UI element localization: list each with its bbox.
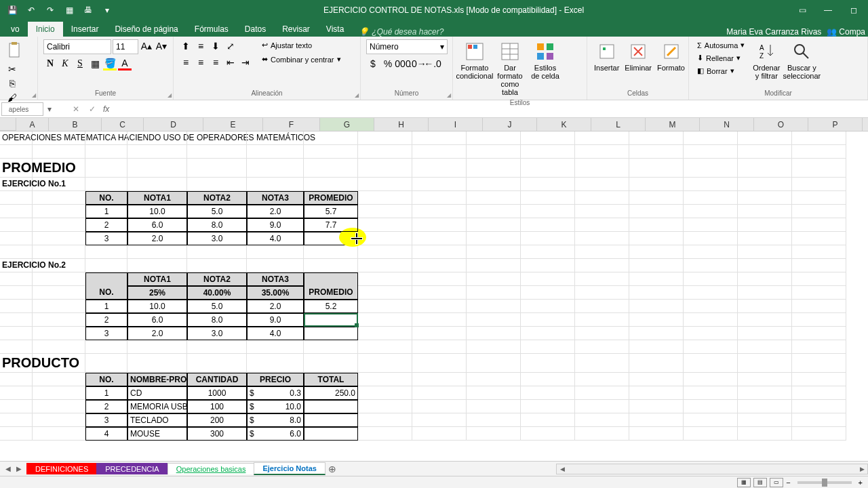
cell[interactable]: 5.0 (187, 205, 247, 218)
table-header[interactable]: NOTA2 (187, 272, 247, 286)
cell[interactable] (304, 327, 358, 340)
number-dialog-icon[interactable]: ◢ (447, 92, 451, 98)
table-header[interactable]: 25% (127, 286, 187, 300)
col-header[interactable]: E (203, 118, 263, 131)
dec-decimal-icon[interactable]: ←.0 (426, 57, 439, 70)
align-left-icon[interactable]: ≡ (179, 56, 193, 69)
cell[interactable]: 2.0 (127, 232, 187, 245)
autosum-button[interactable]: ΣAutosuma ▾ (694, 39, 747, 51)
indent-dec-icon[interactable]: ⇤ (224, 56, 237, 69)
cell[interactable]: $10.0 (247, 400, 304, 413)
grow-font-icon[interactable]: A▴ (140, 39, 153, 53)
align-top-icon[interactable]: ⬆ (179, 39, 193, 53)
cell[interactable]: 2 (85, 313, 127, 327)
tab-vista[interactable]: Vista (318, 22, 352, 37)
col-header[interactable]: P (808, 118, 863, 131)
sort-filter-button[interactable]: AZOrdenar y filtrar (750, 39, 783, 81)
col-header[interactable]: D (144, 118, 203, 131)
col-header[interactable]: G (320, 118, 374, 131)
font-name-select[interactable] (43, 39, 111, 54)
clipboard-dialog-icon[interactable]: ◢ (32, 92, 36, 98)
table-header[interactable]: NO. (85, 286, 127, 300)
cell[interactable]: 1 (85, 386, 127, 400)
italic-button[interactable]: K (58, 57, 72, 70)
align-bottom-icon[interactable]: ⬇ (209, 39, 222, 53)
name-box-dropdown-icon[interactable]: ▾ (45, 104, 54, 114)
print-icon[interactable]: 🖶 (80, 2, 96, 18)
cell[interactable]: 4.0 (247, 232, 304, 245)
cell[interactable]: 8.0 (187, 313, 247, 327)
tab-diseno[interactable]: Diseño de página (106, 22, 186, 37)
cell[interactable]: $8.0 (247, 413, 304, 427)
cell[interactable]: 6.0 (127, 313, 187, 327)
percent-icon[interactable]: % (381, 57, 395, 70)
cell[interactable]: 1 (85, 205, 127, 218)
tab-inicio[interactable]: Inicio (28, 22, 63, 37)
fill-button[interactable]: ⬇Rellenar ▾ (694, 52, 747, 64)
table-header[interactable]: NOTA1 (127, 191, 187, 205)
cell[interactable]: 7.7 (304, 218, 358, 232)
tab-insertar[interactable]: Insertar (63, 22, 107, 37)
currency-icon[interactable]: $ (366, 57, 380, 70)
cell[interactable]: 100 (187, 400, 247, 413)
cell[interactable]: 2.0 (127, 327, 187, 340)
col-header[interactable]: C (102, 118, 144, 131)
cell[interactable]: 6.0 (127, 218, 187, 232)
col-header[interactable]: H (374, 118, 429, 131)
cell[interactable] (304, 413, 358, 427)
cell[interactable]: 5.0 (187, 300, 247, 313)
cell[interactable]: OPERACIONES MATEMATICA HACIENDO USO DE O… (0, 131, 33, 145)
indent-inc-icon[interactable]: ⇥ (239, 56, 252, 69)
cell[interactable]: 5.7 (304, 205, 358, 218)
cell[interactable] (304, 400, 358, 413)
cell[interactable]: MEMORIA USB (127, 400, 187, 413)
cell[interactable]: 3 (85, 232, 127, 245)
borders-icon[interactable]: ▦ (88, 57, 102, 70)
clear-button[interactable]: ◧Borrar ▾ (694, 65, 747, 77)
align-dialog-icon[interactable]: ◢ (355, 92, 359, 98)
tab-datos[interactable]: Datos (237, 22, 274, 37)
table-header[interactable]: NOTA1 (127, 272, 187, 286)
table-header[interactable]: NO. (85, 191, 127, 205)
conditional-format-button[interactable]: Formato condicional (458, 39, 491, 81)
cell[interactable]: 3.0 (187, 327, 247, 340)
tab-revisar[interactable]: Revisar (274, 22, 318, 37)
col-header[interactable]: B (49, 118, 102, 131)
table-header[interactable]: NO. (85, 373, 127, 386)
col-header[interactable]: J (483, 118, 537, 131)
table-header[interactable]: CANTIDAD (187, 373, 247, 386)
cell[interactable]: TECLADO (127, 413, 187, 427)
table-header[interactable] (85, 272, 127, 286)
col-header[interactable]: F (263, 118, 320, 131)
cell[interactable]: $6.0 (247, 427, 304, 441)
fill-color-icon[interactable]: 🪣 (103, 57, 117, 70)
cell[interactable]: 2.0 (247, 300, 304, 313)
cell[interactable]: PROMEDIO (0, 159, 33, 178)
table-header[interactable]: PROMEDIO (304, 191, 358, 205)
cell[interactable]: EJERCICIO No.1 (0, 178, 33, 191)
table-header[interactable]: TOTAL (304, 373, 358, 386)
format-table-button[interactable]: Dar formato como tabla (494, 39, 526, 98)
bold-button[interactable]: N (43, 57, 57, 70)
inc-decimal-icon[interactable]: .0→ (411, 57, 425, 70)
cell[interactable]: 9.0 (247, 313, 304, 327)
col-header[interactable]: I (429, 118, 483, 131)
table-header[interactable]: PRECIO (247, 373, 304, 386)
merge-center-button[interactable]: ⬌Combinar y centrar ▾ (259, 54, 344, 65)
align-center-icon[interactable]: ≡ (194, 56, 208, 69)
cell[interactable]: MOUSE (127, 427, 187, 441)
cell[interactable]: 1 (85, 300, 127, 313)
table-header[interactable] (304, 272, 358, 286)
cell[interactable]: 4.0 (247, 327, 304, 340)
tab-formulas[interactable]: Fórmulas (186, 22, 237, 37)
cell[interactable]: 10.0 (127, 205, 187, 218)
cell[interactable] (304, 313, 358, 327)
cancel-formula-icon[interactable]: ✕ (68, 104, 84, 114)
wrap-text-button[interactable]: ↩Ajustar texto (259, 39, 344, 51)
cell[interactable]: 10.0 (127, 300, 187, 313)
table-header[interactable]: 35.00% (247, 286, 304, 300)
cut-icon[interactable]: ✂ (5, 62, 19, 76)
table-header[interactable]: NOTA2 (187, 191, 247, 205)
find-select-button[interactable]: Buscar y seleccionar (785, 39, 818, 81)
cells-area[interactable]: OPERACIONES MATEMATICA HACIENDO USO DE O… (0, 131, 868, 441)
